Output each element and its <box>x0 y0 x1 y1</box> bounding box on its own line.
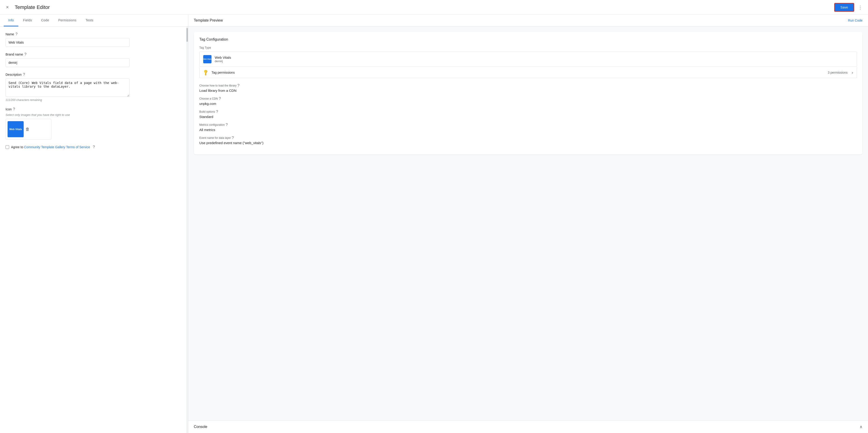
brand-label: Brand name ? <box>5 52 181 57</box>
build-field: Build options ? Standard <box>199 110 857 119</box>
build-value: Standard <box>199 115 857 119</box>
description-help-icon[interactable]: ? <box>23 72 25 77</box>
metrics-help-icon[interactable]: ? <box>226 123 228 127</box>
web-vitals-icon-preview: Web Vitals <box>7 121 24 137</box>
console-expand-button[interactable]: ∧ <box>860 424 863 429</box>
name-help-icon[interactable]: ? <box>16 32 18 36</box>
metrics-label: Metrics configuration ? <box>199 123 857 127</box>
tab-tests[interactable]: Tests <box>81 15 98 26</box>
right-content: Tag Configuration Tag Type Web Vitals We… <box>188 26 868 421</box>
key-icon: 🔑 <box>202 69 209 76</box>
save-button[interactable]: Save <box>834 3 854 12</box>
scrollbar-thumb <box>186 28 188 42</box>
event-help-icon[interactable]: ? <box>232 136 234 140</box>
header-actions: Save ⋮ <box>834 3 864 12</box>
web-vitals-row[interactable]: Web Vitals Web Vitals demirj <box>199 52 857 67</box>
permissions-label: Tag permissions <box>212 71 825 74</box>
cdn-load-help-icon[interactable]: ? <box>238 84 240 88</box>
app-header: × Template Editor Save ⋮ <box>0 0 868 15</box>
agree-text: Agree to Community Template Gallery Term… <box>11 145 90 149</box>
permissions-row[interactable]: 🔑 Tag permissions 3 permissions › <box>199 67 857 78</box>
cdn-load-value: Load library from a CDN <box>199 89 857 93</box>
tab-code[interactable]: Code <box>36 15 54 26</box>
event-value: Use predefined event name ("web_vitals") <box>199 141 857 145</box>
cdn-load-field: Choose how to load the library ? Load li… <box>199 84 857 93</box>
agree-checkbox[interactable] <box>5 145 9 149</box>
left-panel: Info Fields Code Permissions Tests Name <box>0 15 188 433</box>
right-panel: Template Preview Run Code Tag Configurat… <box>188 15 868 433</box>
tab-info[interactable]: Info <box>4 15 19 26</box>
chevron-right-icon: › <box>852 70 853 75</box>
preview-title: Template Preview <box>194 19 223 23</box>
run-code-button[interactable]: Run Code <box>848 19 863 22</box>
cdn-select-help-icon[interactable]: ? <box>219 97 221 101</box>
description-label: Description ? <box>5 72 181 77</box>
build-help-icon[interactable]: ? <box>216 110 218 114</box>
icon-group: Icon ? Select only images that you have … <box>5 107 181 139</box>
name-group: Name ? <box>5 32 181 47</box>
cdn-load-label: Choose how to load the library ? <box>199 84 857 88</box>
left-scroll-area: Name ? Brand name ? Descriptio <box>0 27 188 433</box>
cdn-select-value: unpkg.com <box>199 102 857 105</box>
metrics-value: All metrics <box>199 128 857 132</box>
event-label: Event name for data layer ? <box>199 136 857 140</box>
char-count: 111/200 characters remaining <box>5 98 181 102</box>
event-field: Event name for data layer ? Use predefin… <box>199 136 857 145</box>
cdn-select-field: Choose a CDN ? unpkg.com <box>199 97 857 105</box>
tag-config-card: Tag Configuration Tag Type Web Vitals We… <box>194 32 863 155</box>
wv-icon: Web Vitals <box>203 55 212 63</box>
name-label: Name ? <box>5 32 181 36</box>
wv-brand: demirj <box>215 60 853 63</box>
description-textarea[interactable]: Send (Core) Web Vitals field data of a p… <box>5 78 129 97</box>
icon-helper-text: Select only images that you have the rig… <box>5 113 181 116</box>
icon-label: Icon ? <box>5 107 181 111</box>
app-title: Template Editor <box>15 4 834 10</box>
icon-help-icon[interactable]: ? <box>13 107 15 111</box>
agree-help-icon[interactable]: ? <box>93 145 95 149</box>
tab-fields[interactable]: Fields <box>19 15 36 26</box>
tag-type-label: Tag Type <box>199 46 857 49</box>
wv-info: Web Vitals demirj <box>215 56 853 63</box>
scrollbar-track[interactable] <box>186 27 188 433</box>
brand-group: Brand name ? <box>5 52 181 67</box>
permissions-count: 3 permissions <box>828 71 847 74</box>
tabs-bar: Info Fields Code Permissions Tests <box>0 15 188 27</box>
console-section: Console ∧ <box>188 421 868 433</box>
wv-name: Web Vitals <box>215 56 853 60</box>
tab-permissions[interactable]: Permissions <box>54 15 81 26</box>
agree-link[interactable]: Community Template Gallery Terms of Serv… <box>24 145 90 149</box>
more-options-button[interactable]: ⋮ <box>856 3 864 12</box>
delete-icon-button[interactable]: 🗑 <box>26 127 30 132</box>
brand-input[interactable] <box>5 58 129 67</box>
main-layout: Info Fields Code Permissions Tests Name <box>0 15 868 433</box>
right-header: Template Preview Run Code <box>188 15 868 26</box>
agree-row: Agree to Community Template Gallery Term… <box>5 145 181 149</box>
console-title: Console <box>194 425 207 429</box>
description-group: Description ? Send (Core) Web Vitals fie… <box>5 72 181 102</box>
metrics-field: Metrics configuration ? All metrics <box>199 123 857 132</box>
tag-config-title: Tag Configuration <box>199 37 857 41</box>
build-label: Build options ? <box>199 110 857 114</box>
brand-help-icon[interactable]: ? <box>24 52 26 57</box>
close-button[interactable]: × <box>4 4 11 11</box>
icon-preview-box: Web Vitals 🗑 <box>5 119 52 139</box>
name-input[interactable] <box>5 38 129 47</box>
cdn-select-label: Choose a CDN ? <box>199 97 857 101</box>
left-content: Name ? Brand name ? Descriptio <box>0 27 186 433</box>
